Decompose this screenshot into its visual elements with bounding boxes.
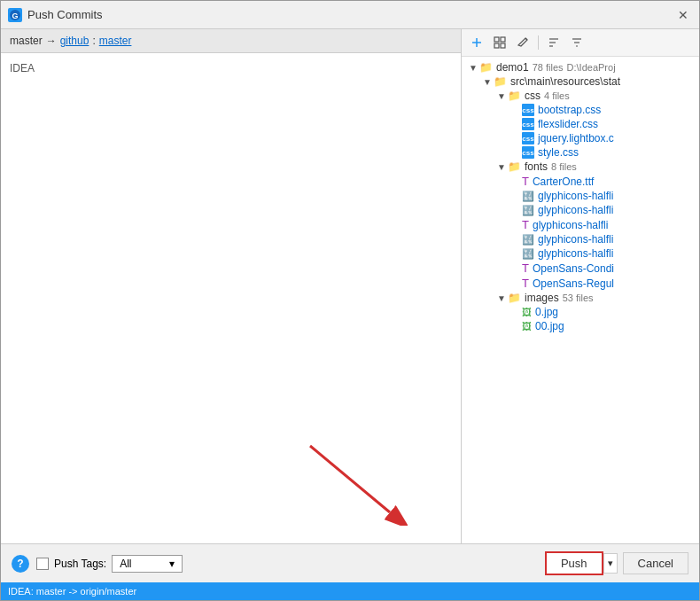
remote-link[interactable]: github bbox=[60, 35, 89, 47]
fonts-folder-name: fonts bbox=[525, 160, 548, 173]
glyphicons-5-name: glyphicons-halfli bbox=[538, 247, 613, 260]
css-folder-name: css bbox=[525, 90, 541, 102]
0jpg-name: 0.jpg bbox=[535, 306, 558, 318]
push-button[interactable]: Push bbox=[545, 551, 603, 575]
svg-line-10 bbox=[525, 38, 527, 40]
tree-carterone-ttf[interactable]: T CarterOne.ttf bbox=[462, 174, 699, 189]
commits-list: IDEA bbox=[1, 53, 461, 543]
push-tags-checkbox[interactable] bbox=[36, 558, 49, 570]
tree-fonts-folder[interactable]: ▼ 📁 fonts 8 files bbox=[462, 160, 699, 174]
opensans-cond-name: OpenSans-Condi bbox=[533, 262, 614, 275]
tree-root-item[interactable]: ▼ 📁 demo1 78 files D:\IdeaProj bbox=[462, 60, 699, 74]
glyphicons-4-name: glyphicons-halfli bbox=[538, 233, 613, 246]
tree-glyphicons-1[interactable]: 🔣 glyphicons-halfli bbox=[462, 189, 699, 203]
tree-style-css[interactable]: css style.css bbox=[462, 145, 699, 160]
folder-icon: 📁 bbox=[494, 75, 507, 88]
right-toolbar bbox=[462, 29, 699, 57]
tree-0jpg[interactable]: 🖼 0.jpg bbox=[462, 305, 699, 319]
carterone-name: CarterOne.ttf bbox=[533, 176, 594, 188]
svg-line-3 bbox=[310, 446, 390, 512]
status-bar: IDEA: master -> origin/master bbox=[1, 582, 699, 600]
css-file-count: 4 files bbox=[544, 90, 570, 101]
action-buttons: Push ▾ Cancel bbox=[545, 551, 688, 575]
expand-button[interactable] bbox=[490, 33, 509, 52]
commit-item: IDEA bbox=[10, 60, 452, 76]
main-area: master → github : master IDEA bbox=[1, 29, 699, 543]
pin-button[interactable] bbox=[467, 33, 486, 52]
tree-toggle: ▼ bbox=[483, 77, 492, 87]
push-tags-label: Push Tags: bbox=[54, 558, 106, 570]
images-file-count: 53 files bbox=[563, 293, 594, 303]
img-file-icon: 🖼 bbox=[522, 307, 532, 317]
close-button[interactable]: ✕ bbox=[674, 6, 692, 24]
css-file-icon: css bbox=[522, 118, 534, 130]
folder-icon: 📁 bbox=[508, 160, 521, 173]
glyphicons-2-name: glyphicons-halfli bbox=[538, 204, 613, 216]
00jpg-name: 00.jpg bbox=[535, 320, 564, 332]
target-branch[interactable]: master bbox=[99, 35, 132, 47]
app-icon: G bbox=[8, 8, 22, 22]
tree-glyphicons-4[interactable]: 🔣 glyphicons-halfli bbox=[462, 232, 699, 246]
push-label: Push bbox=[561, 557, 587, 570]
fonts-file-count: 8 files bbox=[551, 161, 577, 172]
toolbar-separator bbox=[538, 35, 539, 50]
root-folder-name: demo1 bbox=[496, 61, 529, 74]
file-tree: ▼ 📁 demo1 78 files D:\IdeaProj ▼ 📁 src\m… bbox=[462, 57, 699, 543]
tree-glyphicons-2[interactable]: 🔣 glyphicons-halfli bbox=[462, 203, 699, 217]
tree-glyphicons-5[interactable]: 🔣 glyphicons-halfli bbox=[462, 246, 699, 261]
tree-images-folder[interactable]: ▼ 📁 images 53 files bbox=[462, 291, 699, 305]
tags-value: All bbox=[120, 558, 131, 570]
css-file-icon: css bbox=[522, 146, 534, 159]
css-file-icon: css bbox=[522, 132, 534, 144]
tree-jquery-lightbox-css[interactable]: css jquery.lightbox.c bbox=[462, 131, 699, 145]
svg-rect-9 bbox=[501, 43, 505, 48]
folder-icon: 📁 bbox=[508, 90, 521, 102]
push-commits-dialog: G Push Commits ✕ master → github : maste… bbox=[0, 0, 700, 601]
push-dropdown-arrow: ▾ bbox=[608, 558, 613, 568]
push-tags-container: Push Tags: All ▾ bbox=[36, 555, 183, 573]
filter-button[interactable] bbox=[567, 33, 587, 52]
push-dropdown-button[interactable]: ▾ bbox=[603, 553, 618, 574]
branch-separator: : bbox=[92, 35, 95, 47]
status-text: IDEA: master -> origin/master bbox=[8, 586, 136, 597]
style-css-name: style.css bbox=[538, 146, 579, 159]
edit-button[interactable] bbox=[513, 33, 533, 52]
bottom-bar: ? Push Tags: All ▾ Push ▾ Cancel bbox=[1, 543, 699, 582]
dialog-title: Push Commits bbox=[27, 8, 674, 21]
branch-arrow: → bbox=[46, 35, 57, 47]
dropdown-arrow: ▾ bbox=[169, 558, 175, 570]
svg-rect-6 bbox=[494, 37, 499, 42]
cancel-button[interactable]: Cancel bbox=[623, 552, 688, 574]
folder-icon: 📁 bbox=[508, 292, 521, 304]
font-file-icon2: 🔣 bbox=[522, 191, 534, 202]
tree-opensans-reg[interactable]: T OpenSans-Regul bbox=[462, 276, 699, 291]
font-file-icon4: T bbox=[522, 218, 529, 231]
glyphicons-3-name: glyphicons-halfli bbox=[533, 219, 608, 231]
tree-00jpg[interactable]: 🖼 00.jpg bbox=[462, 319, 699, 333]
bootstrap-css-name: bootstrap.css bbox=[538, 104, 601, 116]
font-file-icon7: T bbox=[522, 261, 529, 275]
glyphicons-1-name: glyphicons-halfli bbox=[538, 190, 613, 202]
sort-button[interactable] bbox=[544, 33, 564, 52]
tree-opensans-cond[interactable]: T OpenSans-Condi bbox=[462, 261, 699, 276]
source-branch: master bbox=[10, 35, 43, 47]
svg-rect-8 bbox=[494, 43, 499, 48]
tree-flexslider-css[interactable]: css flexslider.css bbox=[462, 117, 699, 131]
root-file-count: 78 files bbox=[533, 62, 564, 73]
help-button[interactable]: ? bbox=[12, 555, 29, 573]
font-file-icon8: T bbox=[522, 277, 529, 290]
folder-icon: 📁 bbox=[479, 61, 493, 74]
src-folder-name: src\main\resources\stat bbox=[510, 75, 620, 88]
tree-src-item[interactable]: ▼ 📁 src\main\resources\stat bbox=[462, 74, 699, 89]
title-bar: G Push Commits ✕ bbox=[1, 1, 699, 29]
tree-toggle: ▼ bbox=[469, 63, 478, 73]
flexslider-css-name: flexslider.css bbox=[538, 118, 598, 130]
left-panel: master → github : master IDEA bbox=[1, 29, 462, 543]
font-file-icon6: 🔣 bbox=[522, 248, 534, 260]
tree-glyphicons-3[interactable]: T glyphicons-halfli bbox=[462, 217, 699, 232]
tree-toggle: ▼ bbox=[497, 91, 506, 101]
tree-bootstrap-css[interactable]: css bootstrap.css bbox=[462, 103, 699, 117]
tags-dropdown[interactable]: All ▾ bbox=[112, 555, 183, 573]
font-file-icon5: 🔣 bbox=[522, 234, 534, 246]
tree-css-folder[interactable]: ▼ 📁 css 4 files bbox=[462, 89, 699, 103]
